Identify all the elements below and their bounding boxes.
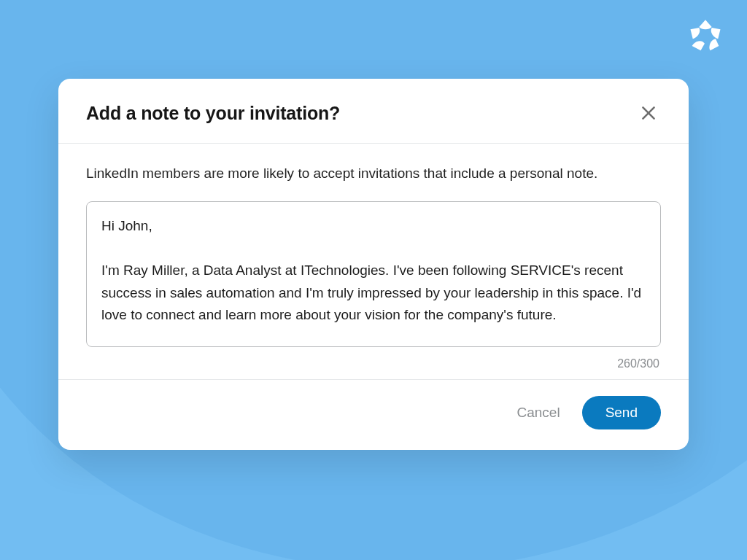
cancel-button[interactable]: Cancel [512,397,564,428]
add-note-modal: Add a note to your invitation? LinkedIn … [58,79,689,450]
modal-body: LinkedIn members are more likely to acce… [58,144,689,379]
close-button[interactable] [636,101,661,125]
note-textarea[interactable] [86,201,661,347]
hint-text: LinkedIn members are more likely to acce… [86,163,661,184]
send-button[interactable]: Send [582,396,661,429]
modal-header: Add a note to your invitation? [58,79,689,144]
char-counter: 260/300 [86,357,661,370]
close-icon [639,104,658,122]
modal-title: Add a note to your invitation? [86,103,340,124]
modal-footer: Cancel Send [58,379,689,450]
app-logo-icon [686,18,725,57]
